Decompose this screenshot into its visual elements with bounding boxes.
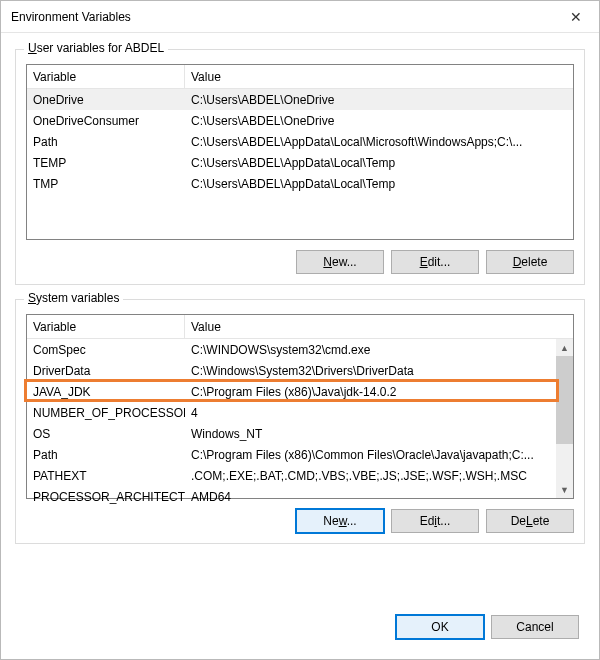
list-header: Variable Value bbox=[27, 65, 573, 89]
dialog-content: User variables for ABDEL Variable Value … bbox=[1, 33, 599, 605]
user-new-button[interactable]: New... bbox=[296, 250, 384, 274]
scroll-up-icon[interactable]: ▲ bbox=[556, 339, 573, 356]
var-value: .COM;.EXE;.BAT;.CMD;.VBS;.VBE;.JS;.JSE;.… bbox=[185, 469, 556, 483]
table-row[interactable]: JAVA_JDKC:\Program Files (x86)\Java\jdk-… bbox=[27, 381, 556, 402]
table-row[interactable]: OSWindows_NT bbox=[27, 423, 556, 444]
var-value: C:\Users\ABDEL\AppData\Local\Microsoft\W… bbox=[185, 135, 573, 149]
user-delete-button[interactable]: Delete bbox=[486, 250, 574, 274]
table-row[interactable]: DriverDataC:\Windows\System32\Drivers\Dr… bbox=[27, 360, 556, 381]
var-value: C:\Users\ABDEL\OneDrive bbox=[185, 93, 573, 107]
var-name: TMP bbox=[27, 177, 185, 191]
system-variables-list[interactable]: Variable Value ComSpecC:\WINDOWS\system3… bbox=[26, 314, 574, 499]
var-name: JAVA_JDK bbox=[27, 385, 185, 399]
scroll-track[interactable] bbox=[556, 356, 573, 481]
var-name: OS bbox=[27, 427, 185, 441]
user-variables-list[interactable]: Variable Value OneDriveC:\Users\ABDEL\On… bbox=[26, 64, 574, 240]
column-variable[interactable]: Variable bbox=[27, 315, 185, 338]
system-new-button[interactable]: New... bbox=[296, 509, 384, 533]
var-name: ComSpec bbox=[27, 343, 185, 357]
window-title: Environment Variables bbox=[11, 10, 553, 24]
var-name: NUMBER_OF_PROCESSORS bbox=[27, 406, 185, 420]
table-row[interactable]: PATHEXT.COM;.EXE;.BAT;.CMD;.VBS;.VBE;.JS… bbox=[27, 465, 556, 486]
var-value: Windows_NT bbox=[185, 427, 556, 441]
var-value: C:\Windows\System32\Drivers\DriverData bbox=[185, 364, 556, 378]
system-buttons: New... Edit... DeLete bbox=[26, 509, 574, 533]
ok-button[interactable]: OK bbox=[396, 615, 484, 639]
system-delete-button[interactable]: DeLete bbox=[486, 509, 574, 533]
system-variables-group: System variables Variable Value ComSpecC… bbox=[15, 299, 585, 544]
var-value: 4 bbox=[185, 406, 556, 420]
var-value: C:\WINDOWS\system32\cmd.exe bbox=[185, 343, 556, 357]
env-vars-dialog: Environment Variables ✕ User variables f… bbox=[0, 0, 600, 660]
var-name: Path bbox=[27, 448, 185, 462]
table-row[interactable]: OneDriveC:\Users\ABDEL\OneDrive bbox=[27, 89, 573, 110]
var-value: C:\Users\ABDEL\AppData\Local\Temp bbox=[185, 177, 573, 191]
table-row[interactable]: TMPC:\Users\ABDEL\AppData\Local\Temp bbox=[27, 173, 573, 194]
user-buttons: New... Edit... Delete bbox=[26, 250, 574, 274]
var-name: PROCESSOR_ARCHITECTU... bbox=[27, 490, 185, 504]
user-variables-legend: User variables for ABDEL bbox=[24, 41, 168, 55]
var-name: DriverData bbox=[27, 364, 185, 378]
system-edit-button[interactable]: Edit... bbox=[391, 509, 479, 533]
var-value: C:\Users\ABDEL\OneDrive bbox=[185, 114, 573, 128]
titlebar: Environment Variables ✕ bbox=[1, 1, 599, 33]
var-name: TEMP bbox=[27, 156, 185, 170]
table-row[interactable]: NUMBER_OF_PROCESSORS4 bbox=[27, 402, 556, 423]
system-variables-legend: System variables bbox=[24, 291, 123, 305]
cancel-button[interactable]: Cancel bbox=[491, 615, 579, 639]
table-row[interactable]: TEMPC:\Users\ABDEL\AppData\Local\Temp bbox=[27, 152, 573, 173]
table-row[interactable]: ComSpecC:\WINDOWS\system32\cmd.exe bbox=[27, 339, 556, 360]
user-variables-group: User variables for ABDEL Variable Value … bbox=[15, 49, 585, 285]
var-value: C:\Users\ABDEL\AppData\Local\Temp bbox=[185, 156, 573, 170]
dialog-footer: OK Cancel bbox=[1, 605, 599, 659]
user-edit-button[interactable]: Edit... bbox=[391, 250, 479, 274]
close-icon[interactable]: ✕ bbox=[553, 1, 599, 32]
var-value: C:\Program Files (x86)\Common Files\Orac… bbox=[185, 448, 556, 462]
column-value[interactable]: Value bbox=[185, 65, 573, 88]
var-name: PATHEXT bbox=[27, 469, 185, 483]
scrollbar[interactable]: ▲ ▼ bbox=[556, 339, 573, 498]
table-row[interactable]: OneDriveConsumerC:\Users\ABDEL\OneDrive bbox=[27, 110, 573, 131]
var-name: Path bbox=[27, 135, 185, 149]
var-name: OneDriveConsumer bbox=[27, 114, 185, 128]
var-name: OneDrive bbox=[27, 93, 185, 107]
table-row[interactable]: PathC:\Users\ABDEL\AppData\Local\Microso… bbox=[27, 131, 573, 152]
table-row[interactable]: PROCESSOR_ARCHITECTU...AMD64 bbox=[27, 486, 556, 507]
list-header: Variable Value bbox=[27, 315, 573, 339]
column-value[interactable]: Value bbox=[185, 315, 573, 338]
column-variable[interactable]: Variable bbox=[27, 65, 185, 88]
scroll-thumb[interactable] bbox=[556, 356, 573, 444]
var-value: C:\Program Files (x86)\Java\jdk-14.0.2 bbox=[185, 385, 556, 399]
table-row[interactable]: PathC:\Program Files (x86)\Common Files\… bbox=[27, 444, 556, 465]
var-value: AMD64 bbox=[185, 490, 556, 504]
scroll-down-icon[interactable]: ▼ bbox=[556, 481, 573, 498]
